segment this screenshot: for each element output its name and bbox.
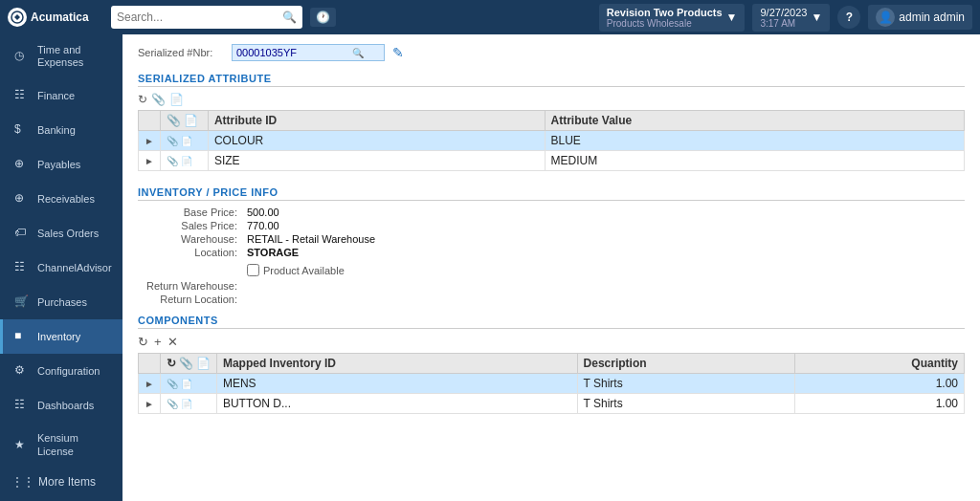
serialized-search-icon: 🔍 <box>352 48 364 58</box>
comp-row-doc-icon[interactable]: 📄 <box>181 379 192 389</box>
comp-row-paperclip-icon[interactable]: 📎 <box>167 379 178 389</box>
doc-icon[interactable]: 📄 <box>169 93 184 106</box>
sidebar-item-label: Configuration <box>37 365 100 378</box>
sidebar-item-receivables[interactable]: ⊕ Receivables <box>0 182 122 216</box>
sidebar-item-payables[interactable]: ⊕ Payables <box>0 147 122 182</box>
comp-row-doc-icon[interactable]: 📄 <box>181 399 192 409</box>
row-doc-icon[interactable]: 📄 <box>181 156 192 166</box>
return-location-label: Return Location: <box>138 294 243 305</box>
comp-id-header: Mapped Inventory ID <box>216 354 577 374</box>
comp-refresh-button[interactable]: ↻ <box>138 335 148 349</box>
base-price-label: Base Price: <box>138 207 243 218</box>
user-menu[interactable]: 👤 admin admin <box>868 5 972 30</box>
search-box[interactable]: 🔍 <box>111 6 302 29</box>
datetime-chevron-icon: ▼ <box>811 11 822 24</box>
help-button[interactable]: ? <box>837 6 860 29</box>
col-doc-icon: 📄 <box>184 114 198 127</box>
serialized-edit-icon[interactable]: ✎ <box>392 45 404 60</box>
comp-id-cell: BUTTON D... <box>216 394 577 414</box>
serialized-input-wrap: 🔍 <box>232 44 385 61</box>
sidebar-item-kensium-license[interactable]: ★ Kensium License <box>0 423 122 467</box>
table-row[interactable]: ► 📎 📄 COLOUR BLUE <box>139 131 965 151</box>
sidebar-item-channel-advisor[interactable]: ☷ ChannelAdvisor <box>0 250 122 285</box>
sidebar-collapse-button[interactable]: ‹ <box>0 496 122 501</box>
comp-desc-cell: T Shirts <box>577 394 794 414</box>
comp-col-doc-icon: 📄 <box>196 357 211 370</box>
attr-icons-col: 📎 📄 <box>160 111 208 131</box>
row-expander[interactable]: ► <box>139 131 161 151</box>
sidebar-item-label: Kensium License <box>37 432 111 457</box>
history-button[interactable]: 🕐 <box>310 8 336 27</box>
components-title: Components <box>138 315 965 329</box>
row-paperclip-icon[interactable]: 📎 <box>167 136 178 146</box>
more-items[interactable]: ⋮⋮ More Items <box>0 468 122 496</box>
dollar-icon: $ <box>14 122 30 138</box>
warehouse-value: RETAIL - Retail Warehouse <box>247 233 965 245</box>
comp-delete-button[interactable]: ✕ <box>167 335 178 349</box>
search-button[interactable]: 🔍 <box>282 11 297 24</box>
row-expander[interactable]: ► <box>139 151 161 171</box>
comp-add-button[interactable]: + <box>154 335 162 349</box>
comp-row-paperclip-icon[interactable]: 📎 <box>167 399 178 409</box>
warehouse-label: Warehouse: <box>138 233 243 245</box>
company-name: Revision Two Products <box>607 7 723 18</box>
sidebar-item-configuration[interactable]: ⚙ Configuration <box>0 354 122 388</box>
comp-expand-col <box>139 354 161 374</box>
comp-col-paperclip-icon: 📎 <box>179 357 193 370</box>
refresh-icon[interactable]: ↻ <box>138 93 147 106</box>
sidebar-item-banking[interactable]: $ Banking <box>0 113 122 147</box>
sidebar-item-sales-orders[interactable]: 🏷 Sales Orders <box>0 216 122 250</box>
gear-icon: ⚙ <box>14 363 30 379</box>
row-icons-cell: 📎 📄 <box>160 131 208 151</box>
inventory-title: INVENTORY / PRICE INFO <box>138 186 965 201</box>
sidebar-item-label: Sales Orders <box>37 228 99 240</box>
comp-qty-cell: 1.00 <box>794 374 964 394</box>
paperclip-icon[interactable]: 📎 <box>151 93 166 106</box>
attr-toolbar: ↻ 📎 📄 <box>138 93 965 106</box>
row-doc-icon[interactable]: 📄 <box>181 136 192 146</box>
serialized-row: Serialized #Nbr: 🔍 ✎ <box>138 44 965 61</box>
serialized-label: Serialized #Nbr: <box>138 47 224 58</box>
sidebar-item-label: ChannelAdvisor <box>37 262 112 274</box>
table-row[interactable]: ► 📎 📄 SIZE MEDIUM <box>139 151 965 171</box>
table-row[interactable]: ► 📎 📄 MENS T Shirts 1.00 <box>139 374 965 394</box>
sidebar-item-purchases[interactable]: 🛒 Purchases <box>0 285 122 319</box>
cart-icon: 🛒 <box>14 294 30 310</box>
sidebar-item-finance[interactable]: ☷ Finance <box>0 78 122 113</box>
company-selector[interactable]: Revision Two Products Products Wholesale… <box>599 4 746 32</box>
comp-row-expander[interactable]: ► <box>139 394 161 414</box>
sidebar-item-inventory[interactable]: ■ Inventory <box>0 319 122 354</box>
plus-circle-icon: ⊕ <box>14 191 30 207</box>
logo[interactable]: Acumatica <box>8 8 103 27</box>
product-available-label: Product Available <box>263 265 345 276</box>
comp-id-cell: MENS <box>216 374 577 394</box>
product-available-checkbox[interactable] <box>247 264 259 276</box>
logo-icon <box>8 8 27 27</box>
price-grid: Base Price: 500.00 Sales Price: 770.00 W… <box>138 207 965 258</box>
company-chevron-icon: ▼ <box>726 11 738 24</box>
topnav: Acumatica 🔍 🕐 Revision Two Products Prod… <box>0 0 980 34</box>
comp-qty-cell: 1.00 <box>794 394 964 414</box>
comp-icons-col: ↻ 📎 📄 <box>160 354 216 374</box>
row-paperclip-icon[interactable]: 📎 <box>167 156 178 166</box>
chart-icon: ☷ <box>14 88 30 103</box>
logo-text: Acumatica <box>31 11 89 24</box>
comp-row-expander[interactable]: ► <box>139 374 161 394</box>
location-value: STORAGE <box>247 247 965 258</box>
serialized-attr-title: Serialized Attribute <box>138 73 965 87</box>
table-row[interactable]: ► 📎 📄 BUTTON D... T Shirts 1.00 <box>139 394 965 414</box>
tag-icon: 🏷 <box>14 226 30 241</box>
plus-circle-icon: ⊕ <box>14 157 30 172</box>
sales-price-value: 770.00 <box>247 220 965 231</box>
sidebar-item-dashboards[interactable]: ☷ Dashboards <box>0 388 122 423</box>
sidebar-item-label: Finance <box>37 90 75 102</box>
search-input[interactable] <box>117 11 282 24</box>
sidebar-item-time-expenses[interactable]: ◷ Time and Expenses <box>0 34 122 78</box>
datetime-selector[interactable]: 9/27/2023 3:17 AM ▼ <box>752 4 830 32</box>
star-icon: ★ <box>14 438 30 453</box>
comp-table: ↻ 📎 📄 Mapped Inventory ID Description Qu… <box>138 353 965 414</box>
components-section: Components ↻ + ✕ ↻ 📎 📄 <box>138 315 965 414</box>
sidebar-item-label: Dashboards <box>37 400 94 412</box>
return-location-value <box>247 294 965 305</box>
sidebar-item-label: Receivables <box>37 193 95 206</box>
